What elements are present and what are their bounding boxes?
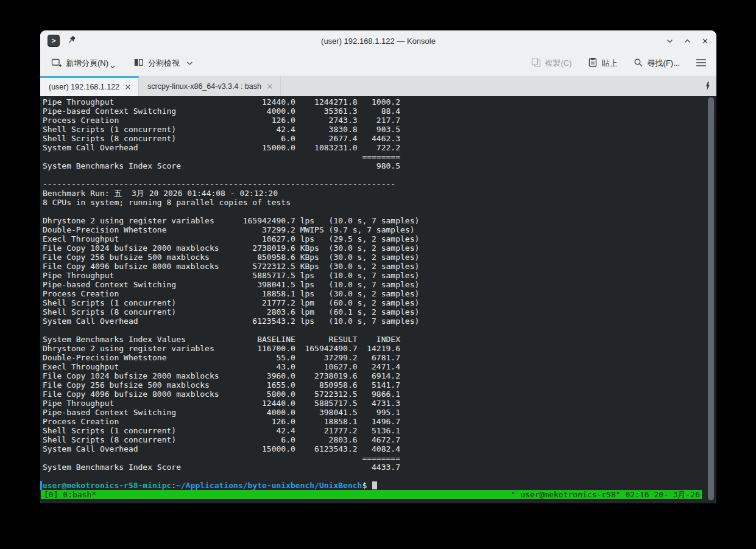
prompt-marker (40, 481, 42, 490)
split-view-button[interactable]: 分割檢視 (132, 55, 194, 72)
terminal-cursor-block (372, 481, 377, 489)
find-label: 尋找(F)... (648, 58, 680, 69)
paste-icon (588, 57, 598, 69)
new-tab-label: 新增分頁(N) (66, 58, 108, 69)
tmux-status-right: " user@mekotronics-r58" 02:16 20- 3月-26 (511, 490, 700, 499)
terminal-viewport[interactable]: Pipe Throughput 12440.0 1244271.8 1000.2… (40, 96, 716, 503)
prompt-line: user@mekotronics-r58-minipc:~/Applicatio… (43, 481, 716, 490)
maximize-button[interactable] (684, 37, 691, 45)
new-tab-icon (51, 57, 62, 69)
minimize-button[interactable] (666, 37, 674, 45)
split-view-label: 分割檢視 (148, 58, 180, 69)
window-title: (user) 192.168.1.122 — Konsole (40, 37, 716, 46)
hamburger-icon (696, 58, 707, 69)
split-view-chevron-icon (186, 61, 193, 66)
tab-scrcpy-bash[interactable]: scrcpy-linux-x86_64-v3.3.4 : bash (139, 76, 281, 96)
prompt-sigil: $ (362, 481, 372, 490)
tab-user-192-168-1-122[interactable]: (user) 192.168.1.122 (40, 76, 139, 96)
prompt-colon: : (171, 481, 176, 490)
tab-close-button[interactable] (125, 84, 131, 90)
konsole-app-icon[interactable]: > (48, 35, 60, 47)
tab-label: scrcpy-linux-x86_64-v3.3.4 : bash (147, 82, 261, 91)
terminal-output: Pipe Throughput 12440.0 1244271.8 1000.2… (43, 97, 716, 481)
copy-icon (531, 57, 541, 69)
tmux-status-bar: [0] 0:bash* " user@mekotronics-r58" 02:1… (41, 490, 702, 499)
copy-label: 複製(C) (545, 58, 572, 69)
toolbar: 新增分頁(N) 分割檢視 (40, 51, 716, 75)
split-view-icon (133, 57, 144, 69)
tab-bar: (user) 192.168.1.122 scrcpy-linux-x86_64… (40, 75, 716, 96)
paste-button[interactable]: 貼上 (587, 55, 619, 72)
tmux-status-left: [0] 0:bash* (44, 490, 96, 499)
copy-button[interactable]: 複製(C) (530, 55, 573, 72)
find-button[interactable]: 尋找(F)... (632, 55, 681, 72)
search-icon (634, 58, 643, 69)
lightning-bolt-icon[interactable] (705, 76, 716, 96)
close-button[interactable] (701, 37, 709, 45)
desktop: { "window": { "title": "(user) 192.168.1… (0, 0, 756, 549)
tab-close-button[interactable] (267, 83, 273, 89)
paste-label: 貼上 (602, 58, 618, 69)
scrollbar-thumb[interactable] (708, 97, 714, 500)
new-tab-button[interactable]: 新增分頁(N) (50, 55, 116, 72)
new-tab-menu-chevron-icon (110, 61, 115, 71)
prompt-user-host: user@mekotronics-r58-minipc (43, 481, 171, 490)
terminal-scrollbar[interactable] (708, 97, 714, 500)
titlebar[interactable]: > (user) 192.168.1.122 — Konsole (40, 30, 716, 51)
konsole-window: > (user) 192.168.1.122 — Konsole (40, 30, 716, 503)
prompt-path: ~/Applications/byte-unixbench/UnixBench (176, 481, 362, 490)
tab-label: (user) 192.168.1.122 (49, 83, 119, 91)
menu-button[interactable] (694, 56, 708, 71)
pin-icon[interactable] (67, 35, 76, 47)
